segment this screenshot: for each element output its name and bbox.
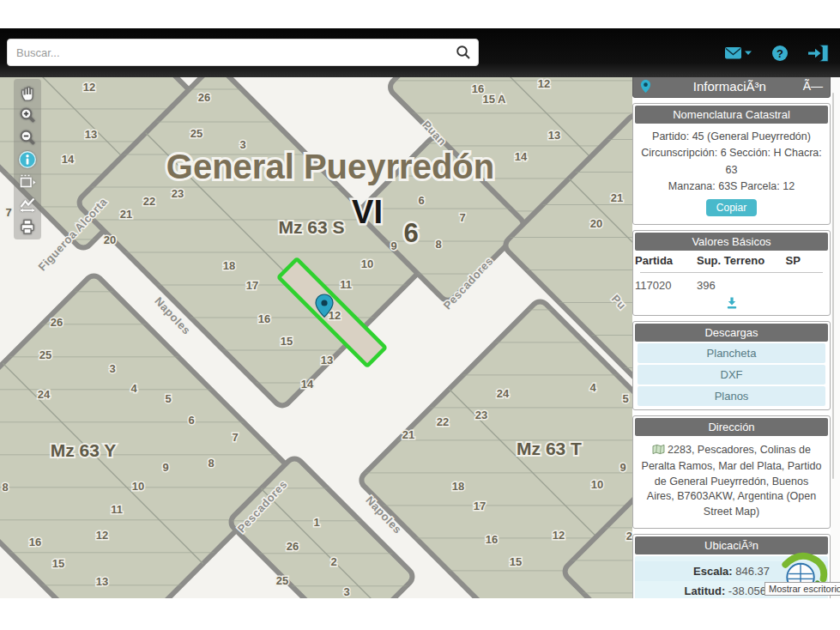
zone-label: VI: [352, 194, 383, 230]
latitud-label: Latitud:: [685, 585, 726, 597]
parcel-number: 16: [29, 536, 41, 548]
parcel-number: 7: [5, 206, 11, 219]
help-icon[interactable]: ?: [771, 45, 789, 62]
parcel-number: 12: [538, 77, 550, 90]
parcel-number: 26: [51, 316, 63, 329]
parcel-number: 23: [475, 409, 487, 421]
parcel-number: 11: [340, 278, 352, 291]
print-tool-icon[interactable]: [15, 215, 39, 237]
parcel-number: 20: [590, 217, 602, 230]
parcel-number: 9: [390, 239, 396, 252]
mail-icon[interactable]: [725, 46, 752, 60]
map-title: General Pueyrredón: [166, 148, 494, 185]
parcel-number: 5: [622, 392, 628, 405]
search-input[interactable]: [8, 46, 449, 59]
parcel-number: 21: [120, 208, 132, 221]
escala-label: Escala:: [693, 565, 733, 578]
svg-text:?: ?: [777, 46, 783, 59]
parcel-number: 26: [287, 540, 299, 553]
download-planos-button[interactable]: Planos: [638, 386, 825, 406]
parcel-number: 10: [591, 478, 603, 491]
info-panel: InformaciÃ³n Ã— Nomenclatura Catastral P…: [632, 74, 831, 630]
zoom-in-tool-icon[interactable]: [15, 104, 39, 125]
column-header: SP: [786, 251, 829, 272]
parcel-number: 9: [619, 461, 625, 474]
block-label: Mz 63 S: [278, 217, 344, 237]
card-nomenclatura-title: Nomenclatura Catastral: [635, 106, 828, 124]
extent-tool-icon[interactable]: [15, 171, 39, 192]
close-icon[interactable]: Ã—: [803, 79, 823, 93]
nomenclatura-line: Manzana: 63S Parcela: 12: [637, 179, 826, 195]
logout-icon[interactable]: [807, 43, 830, 64]
parcel-number: 18: [223, 259, 235, 272]
parcel-number: 4: [589, 381, 596, 394]
parcel-number: 8: [435, 238, 441, 251]
info-tool-icon[interactable]: [15, 148, 39, 170]
show-desktop-tooltip: Mostrar escritorio: [764, 582, 840, 596]
parcel-number: 7: [459, 211, 465, 224]
top-bar: ?: [0, 28, 840, 77]
pin-icon: [640, 79, 651, 94]
download-dxf-button[interactable]: DXF: [638, 365, 825, 385]
parcel-number: 2: [330, 555, 336, 568]
parcel-number: 15: [281, 335, 293, 348]
card-direccion-title: Dirección: [635, 418, 828, 436]
parcel-number: 22: [437, 415, 449, 428]
parcel-number: 23: [172, 187, 184, 200]
parcel-number: 7: [232, 431, 238, 444]
parcel-number: 21: [402, 428, 414, 441]
parcel-number: 17: [474, 500, 486, 512]
parcel-number: 15 A: [483, 93, 507, 106]
parcel-number: 8: [208, 457, 214, 469]
parcel-number: 15: [510, 555, 522, 568]
card-nomenclatura: Nomenclatura Catastral Partido: 45 (Gene…: [632, 103, 831, 225]
app-window: 1213147262532322212018171615131411106789…: [0, 0, 840, 630]
search-box: [7, 39, 479, 66]
zone-label: 6: [403, 218, 418, 248]
valores-row: 117020 396: [635, 273, 828, 294]
parcel-number: 16: [486, 533, 498, 546]
parcel-number: 10: [361, 257, 373, 270]
scrollbar[interactable]: [832, 93, 834, 479]
parcel-number: 14: [301, 378, 314, 391]
parcel-number: 14: [62, 153, 75, 166]
selected-parcel-number: 12: [329, 309, 341, 322]
copy-nomenclatura-button[interactable]: Copiar: [706, 199, 757, 216]
parcel-number: 6: [418, 194, 424, 207]
parcel-number: 15: [52, 557, 64, 570]
parcel-number: 16: [258, 312, 270, 325]
parcel-number: 14: [515, 150, 528, 163]
sup-terreno-value: 396: [697, 273, 786, 294]
parcel-number: 12: [96, 529, 108, 542]
panel-title: InformaciÃ³n: [656, 79, 803, 94]
download-plancheta-button[interactable]: Plancheta: [638, 343, 825, 363]
parcel-number: 8: [2, 481, 8, 494]
zoom-out-tool-icon[interactable]: [15, 126, 39, 148]
measure-tool-icon[interactable]: [15, 193, 39, 215]
partida-value: 117020: [635, 273, 697, 294]
parcel-number: 13: [96, 575, 108, 588]
parcel-number: 11: [111, 503, 123, 516]
parcel-number: 12: [83, 81, 95, 94]
parcel-number: 18: [452, 480, 464, 493]
pan-tool-icon[interactable]: [15, 82, 39, 103]
parcel-number: 13: [321, 354, 333, 366]
parcel-number: 10: [132, 480, 144, 493]
column-header: Partida: [635, 251, 697, 272]
parcel-number: 24: [497, 387, 510, 400]
search-icon[interactable]: [449, 39, 478, 65]
card-valores: Valores Básicos Partida Sup. Terreno SP …: [632, 230, 831, 316]
direccion-text: 2283, Pescadores, Colinas de Peralta Ram…: [642, 444, 822, 518]
escala-value: 846.37: [735, 565, 770, 578]
card-direccion: Dirección 2283, Pescadores, Colinas de P…: [632, 415, 831, 530]
parcel-number: 25: [39, 348, 51, 361]
parcel-number: 17: [246, 279, 258, 292]
parcel-number: 1: [313, 516, 319, 529]
parcel-number: 3: [109, 362, 115, 375]
card-valores-title: Valores Básicos: [635, 233, 828, 251]
download-icon[interactable]: [724, 295, 740, 310]
topbar-icons: ?: [725, 28, 830, 77]
bottom-margin: [0, 598, 840, 630]
sp-value: [786, 273, 829, 294]
parcel-number: 6: [188, 414, 194, 427]
